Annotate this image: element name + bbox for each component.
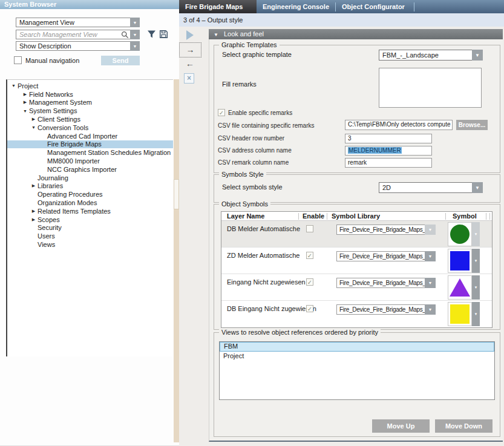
csv-remark-label: CSV remark column name [218,159,289,166]
chevron-down-icon[interactable]: ▼ [425,278,436,288]
list-item[interactable]: Project [220,352,494,361]
section-header-bar[interactable]: ▼Look and feel [209,29,503,39]
tree-item-selected[interactable]: Fire Brigade Maps [7,140,173,149]
tree-expander-icon[interactable]: ▼ [30,125,38,130]
wizard-step-header: 3 of 4 – Output style [179,13,504,27]
search-placeholder: Search Management View [19,31,97,39]
csv-file-input[interactable]: C:\Temp\FBM\Only detectors compute min a… [345,120,453,130]
tree-item[interactable]: Users [7,232,173,240]
symbol-library-dropdown[interactable]: Fire_Device_Fire_Brigade_Maps_HQ_1 ▼ [336,251,436,261]
forward-arrow-button[interactable]: → [179,42,201,57]
table-row[interactable]: DB Eingang Nicht zugewiesen ✓ Fire_Devic… [221,301,492,327]
enable-checkbox[interactable]: ✓ [306,305,313,312]
tree-item[interactable]: ▼Project [7,82,173,90]
table-row[interactable]: Eingang Nicht zugewiesen ✓ Fire_Device_F… [221,274,492,301]
chevron-down-icon[interactable]: ▼ [425,225,436,235]
tree-item[interactable]: Journaling [7,174,173,182]
col-layer-name: Layer Name [227,212,264,220]
manual-navigation-checkbox[interactable] [14,56,22,64]
views-listbox[interactable]: FBM Project [219,341,495,400]
chevron-down-icon[interactable]: ▼ [472,249,480,273]
csv-address-input[interactable]: MELDERNUMMER [345,146,432,156]
tree-item[interactable]: ▶Scopes [7,215,173,224]
tree-item[interactable]: ▶Management System [7,99,173,107]
browse-button[interactable]: Browse... [456,120,488,130]
enable-checkbox[interactable]: ✓ [306,252,313,259]
move-up-button[interactable]: Move Up [372,419,430,433]
tree-expander-icon[interactable]: ▼ [21,109,29,113]
tree-item[interactable]: ▶Field Networks [7,90,173,99]
tree-item[interactable]: Security [7,224,173,232]
symbols-style-dropdown[interactable]: 2D ▼ [379,182,483,193]
tree-item[interactable]: ▶Related Items Templates [7,207,173,215]
csv-header-input[interactable]: 3 [345,134,432,143]
tree-item[interactable]: Operating Procedures [7,190,173,198]
symbols-style-group: Symbols Style Select symbols style 2D ▼ [214,174,500,203]
tree-expander-icon[interactable]: ▶ [30,209,38,214]
tree-expander-icon[interactable]: ▶ [21,92,29,97]
search-input[interactable]: Search Management View [16,30,130,39]
chevron-down-icon[interactable]: ▼ [130,18,140,27]
symbol-library-dropdown[interactable]: Fire_Device_Fire_Brigade_Maps_HQ_1 ▼ [336,304,436,315]
tree-item[interactable]: NCC Graphics Importer [7,165,173,174]
table-row[interactable]: DB Melder Automatische Fire_Device_Fire_… [221,221,492,248]
search-box[interactable]: Search Management View ▼ [16,30,140,39]
play-arrow-icon[interactable] [186,30,194,40]
tree-item[interactable]: ▼Conversion Tools [7,123,173,132]
close-button[interactable]: × [184,73,194,84]
symbol-picker[interactable]: ▼ [448,249,480,273]
graphic-template-dropdown[interactable]: FBM_-_Landscape ▼ [379,50,483,61]
send-button[interactable]: Send [101,56,140,65]
tree-item[interactable]: Management Station Schedules Migration [7,148,173,157]
csv-remark-input[interactable]: remark [345,158,432,168]
tree-scrollbar[interactable] [174,79,179,442]
chevron-down-icon[interactable]: ▼ [130,30,140,39]
chevron-down-icon[interactable]: ▼ [130,41,140,51]
tree-expander-icon[interactable]: ▶ [30,183,38,188]
tab-engineering-console[interactable]: Engineering Console [257,0,335,13]
tree-item[interactable]: Advanced Cad Importer [7,132,173,140]
tree-item[interactable]: ▼System Settings [7,107,173,115]
chevron-down-icon[interactable]: ▼ [425,304,436,315]
group-legend: Graphic Templates [219,41,280,49]
tree-item[interactable]: ▶Client Settings [7,115,173,123]
enable-checkbox[interactable] [306,225,313,232]
filter-icon[interactable] [147,30,157,39]
tab-fire-brigade-maps[interactable]: Fire Brigade Maps [179,0,257,13]
enable-checkbox[interactable]: ✓ [306,278,313,286]
enable-remarks-checkbox[interactable]: ✓ [218,109,225,116]
symbol-picker[interactable]: ▼ [448,275,480,300]
tree-expander-icon[interactable]: ▶ [21,100,29,105]
list-item-selected[interactable]: FBM [220,342,494,352]
tree-item[interactable]: MM8000 Importer [7,157,173,165]
tab-object-configurator[interactable]: Object Configurator [336,0,414,13]
look-and-feel-section: ▼Look and feel Graphic Templates Select … [209,29,503,443]
tree-expander-icon[interactable]: ▶ [30,217,38,222]
table-row[interactable]: ZD Melder Automatische ✓ Fire_Device_Fir… [221,248,492,274]
col-symbol: Symbol [453,212,477,220]
chevron-down-icon[interactable]: ▼ [472,275,480,300]
management-view-dropdown[interactable]: Management View ▼ [16,18,140,27]
fill-remarks-textarea[interactable] [379,68,482,108]
symbol-library-dropdown[interactable]: Fire_Device_Fire_Brigade_Maps_HQ_1 ▼ [336,278,436,288]
save-icon[interactable] [159,30,169,39]
tree-item[interactable]: ▶Libraries [7,182,173,191]
symbol-picker[interactable]: ▼ [448,222,480,246]
tree-expander-icon[interactable]: ▶ [30,117,38,122]
tree-item[interactable]: Organization Modes [7,198,173,207]
symbol-picker[interactable]: ▼ [448,302,480,326]
symbol-library-dropdown[interactable]: Fire_Device_Fire_Brigade_Maps_HQ_1 ▼ [336,225,436,235]
chevron-down-icon[interactable]: ▼ [472,182,483,193]
chevron-down-icon[interactable]: ▼ [472,50,483,61]
move-down-button[interactable]: Move Down [435,419,493,433]
collapse-icon[interactable]: ▼ [214,32,218,38]
chevron-down-icon[interactable]: ▼ [425,251,436,261]
chevron-down-icon[interactable]: ▼ [472,302,480,326]
scrollbar-thumb[interactable] [174,179,179,209]
enable-remarks-label: Enable specific remarks [228,110,292,116]
tree-expander-icon[interactable]: ▼ [10,84,18,88]
chevron-down-icon[interactable]: ▼ [472,222,480,246]
tree-item[interactable]: Views [7,240,173,249]
back-arrow-button[interactable]: ← [186,59,194,68]
show-description-dropdown[interactable]: Show Description ▼ [16,41,140,51]
